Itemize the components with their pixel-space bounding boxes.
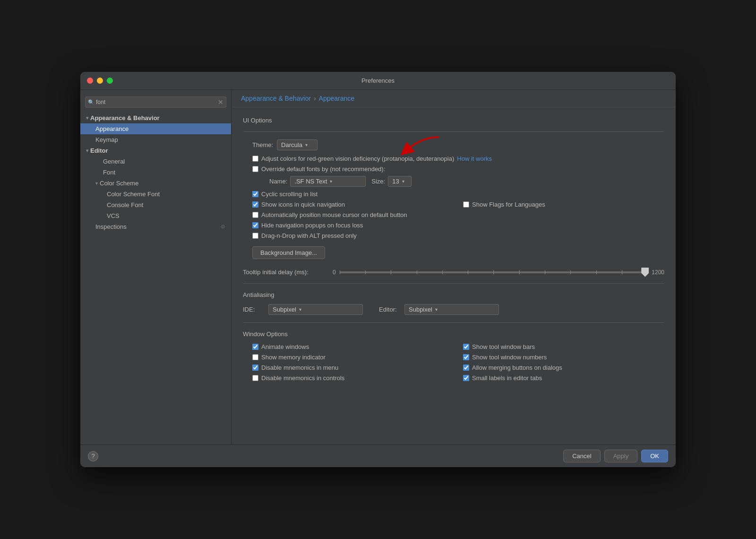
tooltip-slider-row: Tooltip initial delay (ms): 0 [243, 269, 664, 276]
hide-nav-checkbox[interactable] [252, 222, 258, 228]
background-image-button[interactable]: Background Image... [252, 246, 325, 259]
window-options-title: Window Options [243, 330, 664, 338]
show-memory-checkbox[interactable] [252, 354, 258, 360]
arrow-icon: ▾ [86, 115, 88, 121]
arrow-icon-editor: ▾ [86, 148, 88, 153]
sidebar-item-editor[interactable]: ▾ Editor [80, 145, 231, 156]
two-col-row1: Cyclic scrolling in list [243, 191, 664, 201]
auto-mouse-checkbox[interactable] [252, 212, 258, 218]
font-name-dropdown[interactable]: .SF NS Text [290, 176, 366, 187]
cyclic-scroll-checkbox[interactable] [252, 191, 258, 197]
slider-thumb[interactable] [641, 268, 649, 277]
adjust-colors-row: Adjust colors for red-green vision defic… [243, 155, 664, 162]
tick [391, 270, 391, 274]
sidebar-item-color-scheme-font[interactable]: Color Scheme Font [80, 189, 231, 200]
sidebar-item-vcs[interactable]: VCS [80, 210, 231, 221]
small-labels-row: Small labels in editor tabs [454, 374, 664, 382]
titlebar: Preferences [80, 72, 676, 90]
small-labels-checkbox[interactable] [463, 375, 469, 381]
show-icons-label: Show icons in quick navigation [261, 201, 345, 208]
auto-mouse-label: Automatically position mouse cursor on d… [261, 211, 407, 218]
show-flags-label: Show Flags for Languages [472, 201, 545, 208]
hide-nav-label: Hide navigation popups on focus loss [261, 222, 363, 229]
show-icons-col: Show icons in quick navigation [243, 201, 454, 211]
theme-label: Theme: [252, 141, 273, 148]
tooltip-slider-track[interactable] [340, 271, 648, 273]
override-fonts-row: Override default fonts by (not recommend… [243, 165, 664, 173]
search-input[interactable] [85, 96, 226, 108]
theme-dropdown[interactable]: Darcula [277, 139, 318, 150]
tick [545, 270, 545, 274]
tick [622, 270, 622, 274]
sidebar-item-console-font[interactable]: Console Font [80, 200, 231, 210]
small-labels-label: Small labels in editor tabs [472, 374, 542, 382]
drag-drop-checkbox[interactable] [252, 233, 258, 239]
show-memory-label: Show memory indicator [261, 354, 326, 361]
drag-drop-label: Drag-n-Drop with ALT pressed only [261, 232, 357, 239]
sidebar-item-general[interactable]: General [80, 156, 231, 167]
sidebar-item-appearance[interactable]: Appearance [80, 123, 231, 134]
show-tool-nums-label: Show tool window numbers [472, 354, 547, 361]
sidebar-item-font[interactable]: Font [80, 167, 231, 178]
ui-options-title: UI Options [243, 117, 664, 124]
maximize-button[interactable] [107, 78, 113, 84]
sidebar-item-inspections[interactable]: Inspections ⚙ [80, 221, 231, 232]
ide-aa-dropdown[interactable]: Subpixel [268, 304, 363, 315]
breadcrumb: Appearance & Behavior › Appearance [232, 90, 676, 107]
disable-mnemonics-menu-checkbox[interactable] [252, 365, 258, 371]
show-tool-bars-checkbox[interactable] [463, 344, 469, 350]
footer-left: ? [88, 451, 98, 461]
adjust-colors-label: Adjust colors for red-green vision defic… [261, 155, 454, 162]
cancel-button[interactable]: Cancel [563, 450, 600, 462]
tooltip-slider-container: 0 [333, 269, 664, 276]
override-fonts-checkbox[interactable] [252, 166, 258, 172]
animate-windows-checkbox[interactable] [252, 344, 258, 350]
show-tool-bars-row: Show tool window bars [454, 343, 664, 350]
disable-mnemonics-ctrl-checkbox[interactable] [252, 375, 258, 381]
disable-mnemonics-menu-row: Disable mnemonics in menu [243, 364, 454, 371]
help-button[interactable]: ? [88, 451, 98, 461]
show-icons-checkbox[interactable] [252, 201, 258, 208]
ok-button[interactable]: OK [641, 450, 668, 462]
editor-aa-dropdown[interactable]: Subpixel [404, 304, 499, 315]
antialiasing-title: Antialiasing [243, 291, 664, 298]
font-size-dropdown[interactable]: 13 [388, 176, 412, 187]
show-tool-nums-checkbox[interactable] [463, 354, 469, 360]
close-button[interactable] [87, 78, 93, 84]
clear-search-icon[interactable]: ✕ [218, 98, 223, 106]
preferences-window: Preferences 🔍 ✕ ▾ Appearance & Behavior … [80, 72, 676, 467]
show-memory-row: Show memory indicator [243, 354, 454, 361]
breadcrumb-parent[interactable]: Appearance & Behavior [241, 95, 311, 102]
sidebar-item-keymap[interactable]: Keymap [80, 134, 231, 145]
search-box: 🔍 ✕ [85, 96, 226, 108]
tick [468, 270, 468, 274]
sidebar-item-color-scheme[interactable]: ▾ Color Scheme [80, 178, 231, 189]
show-flags-checkbox[interactable] [463, 201, 469, 208]
sidebar: 🔍 ✕ ▾ Appearance & Behavior Appearance K… [80, 90, 232, 444]
footer: ? Cancel Apply OK [80, 444, 676, 467]
sidebar-item-appearance-behavior[interactable]: ▾ Appearance & Behavior [80, 113, 231, 123]
breadcrumb-separator: › [314, 95, 316, 102]
disable-mnemonics-menu-label: Disable mnemonics in menu [261, 364, 338, 371]
editor-aa-label: Editor: [379, 306, 398, 313]
ide-aa-label: IDE: [243, 306, 262, 313]
two-col-row2: Show icons in quick navigation Show Flag… [243, 201, 664, 211]
how-it-works-link[interactable]: How it works [457, 155, 492, 162]
tick [493, 270, 494, 274]
apply-button[interactable]: Apply [604, 450, 638, 462]
minimize-button[interactable] [97, 78, 103, 84]
font-name-label: Name: [269, 178, 287, 185]
cyclic-scroll-col: Cyclic scrolling in list [243, 191, 664, 201]
search-icon: 🔍 [88, 99, 94, 105]
main-content: UI Options Theme: Darcula [232, 107, 676, 444]
allow-merging-checkbox[interactable] [463, 365, 469, 371]
main-inner: UI Options Theme: Darcula [243, 117, 664, 385]
main-panel: Appearance & Behavior › Appearance UI Op… [232, 90, 676, 444]
font-size-label: Size: [371, 178, 385, 185]
tick [570, 270, 571, 274]
override-fonts-label: Override default fonts by (not recommend… [261, 165, 385, 173]
arrow-icon-color-scheme: ▾ [95, 181, 98, 186]
adjust-colors-checkbox[interactable] [252, 156, 258, 162]
window-title: Preferences [361, 77, 395, 84]
aa-row: IDE: Subpixel Editor: Subpixel [243, 304, 664, 315]
